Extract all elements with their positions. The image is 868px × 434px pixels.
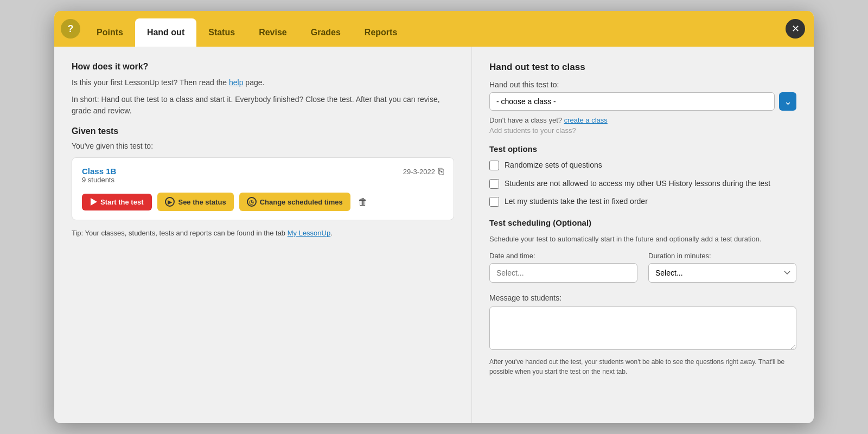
option-restrict-checkbox[interactable] [489,179,499,189]
how-it-works-p2: In short: Hand out the test to a class a… [72,94,454,117]
option-restrict-row: Students are not allowed to access my ot… [489,178,796,189]
message-section: Message to students: [489,293,796,352]
given-tests-desc: You've given this test to: [72,141,454,152]
clock-icon: ◷ [247,197,257,207]
test-date: 29-3-2022 [403,168,435,176]
student-count: 9 students [82,176,116,184]
scheduling-section: Test scheduling (Optional) Schedule your… [489,218,796,377]
duration-select[interactable]: Select... [648,263,796,283]
option-restrict-label[interactable]: Students are not allowed to access my ot… [505,178,770,189]
test-options-title: Test options [489,144,796,154]
scheduling-row: Date and time: Duration in minutes: Sele… [489,252,796,283]
modal: ? Points Hand out Status Revise Grades R… [54,11,814,423]
tab-hand-out[interactable]: Hand out [135,18,196,47]
duration-label: Duration in minutes: [648,252,796,260]
tab-reports[interactable]: Reports [353,18,409,47]
copy-icon[interactable]: ⎘ [438,167,444,176]
help-link[interactable]: help [229,78,243,87]
option-randomize-label[interactable]: Randomize sets of questions [505,160,602,171]
hand-out-label: Hand out this test to: [489,80,796,89]
left-panel: How does it work? Is this your first Les… [54,47,472,423]
close-button[interactable]: ✕ [786,19,805,39]
option-randomize-row: Randomize sets of questions [489,160,796,171]
tab-grades[interactable]: Grades [299,18,353,47]
class-name[interactable]: Class 1B [82,167,116,176]
date-input[interactable] [489,263,637,283]
tab-bar: ? Points Hand out Status Revise Grades R… [54,11,814,47]
status-icon: ▶ [165,197,175,207]
create-class-link[interactable]: create a class [564,116,608,124]
start-test-button[interactable]: Start the test [82,194,152,210]
add-students-row: Add students to your class? [489,126,796,135]
after-hand-out-note: After you've handed out the test, your s… [489,357,796,376]
message-label: Message to students: [489,293,796,302]
class-dropdown[interactable]: - choose a class - [489,92,775,111]
scheduling-desc: Schedule your test to automatically star… [489,234,796,245]
select-class-row: - choose a class - ⌄ [489,92,796,111]
main-content: How does it work? Is this your first Les… [54,47,814,423]
option-fixed-order-checkbox[interactable] [489,197,499,207]
date-label: Date and time: [489,252,637,260]
option-fixed-order-row: Let my students take the test in fixed o… [489,196,796,207]
class-dropdown-arrow[interactable]: ⌄ [779,92,796,111]
test-card: Class 1B 9 students 29-3-2022 ⎘ Start th… [72,157,454,220]
my-lessonup-link[interactable]: My LessonUp [288,229,330,237]
how-it-works-p1: Is this your first LessonUp test? Then r… [72,77,454,88]
option-randomize-checkbox[interactable] [489,161,499,170]
date-field: Date and time: [489,252,637,283]
how-it-works-title: How does it work? [72,62,454,72]
delete-icon[interactable]: 🗑 [356,194,370,210]
tab-status[interactable]: Status [196,18,247,47]
hand-out-title: Hand out test to class [489,62,796,73]
duration-field: Duration in minutes: Select... [648,252,796,283]
tab-revise[interactable]: Revise [247,18,299,47]
scheduling-title: Test scheduling (Optional) [489,218,796,227]
see-status-button[interactable]: ▶ See the status [157,193,233,211]
change-schedule-button[interactable]: ◷ Change scheduled times [239,193,350,211]
tab-help[interactable]: ? [61,19,80,39]
play-icon [91,198,97,206]
option-fixed-order-label[interactable]: Let my students take the test in fixed o… [505,196,648,207]
given-tests-title: Given tests [72,126,454,136]
create-class-row: Don't have a class yet? create a class [489,116,796,124]
tip-text: Tip: Your classes, students, tests and r… [72,228,454,239]
right-panel: Hand out test to class Hand out this tes… [472,47,814,423]
tab-points[interactable]: Points [85,18,135,47]
message-textarea[interactable] [489,307,796,350]
